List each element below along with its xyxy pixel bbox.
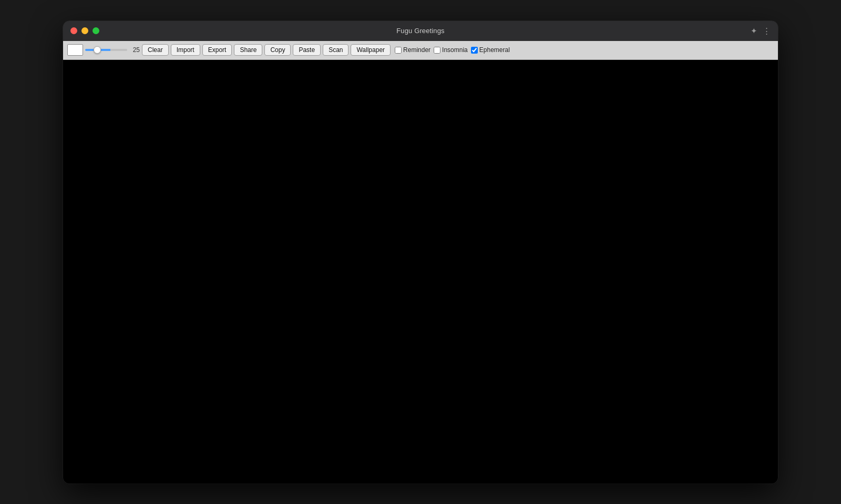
menu-icon[interactable]: ⋮ [763,26,771,36]
canvas-area[interactable] [63,60,778,484]
slider-container: 25 [85,46,140,54]
insomnia-checkbox[interactable] [434,47,440,54]
minimize-button[interactable] [81,27,88,34]
brush-size-slider[interactable] [85,49,127,51]
titlebar: Fugu Greetings ✦ ⋮ [63,21,778,41]
reminder-label[interactable]: Reminder [395,46,430,54]
share-button[interactable]: Share [234,44,262,56]
ephemeral-label[interactable]: Ephemeral [471,46,510,54]
slider-value: 25 [130,46,140,54]
app-window: Fugu Greetings ✦ ⋮ 25 Clear Import Expor… [63,21,778,484]
maximize-button[interactable] [93,27,99,34]
toolbar: 25 Clear Import Export Share Copy Paste … [63,41,778,60]
ephemeral-checkbox[interactable] [471,47,478,54]
import-button[interactable]: Import [171,44,200,56]
reminder-checkbox[interactable] [395,47,402,54]
wallpaper-button[interactable]: Wallpaper [351,44,391,56]
clear-button[interactable]: Clear [142,44,169,56]
paste-button[interactable]: Paste [293,44,321,56]
titlebar-actions: ✦ ⋮ [751,26,771,36]
checkbox-group: Reminder Insomnia Ephemeral [395,46,510,54]
export-button[interactable]: Export [202,44,232,56]
extensions-icon[interactable]: ✦ [751,26,757,36]
color-swatch[interactable] [67,44,83,56]
close-button[interactable] [70,27,77,34]
scan-button[interactable]: Scan [323,44,348,56]
ephemeral-text: Ephemeral [479,46,510,54]
reminder-text: Reminder [403,46,430,54]
window-controls [70,27,99,34]
copy-button[interactable]: Copy [264,44,291,56]
window-title: Fugu Greetings [396,27,444,35]
insomnia-label[interactable]: Insomnia [434,46,468,54]
insomnia-text: Insomnia [442,46,468,54]
